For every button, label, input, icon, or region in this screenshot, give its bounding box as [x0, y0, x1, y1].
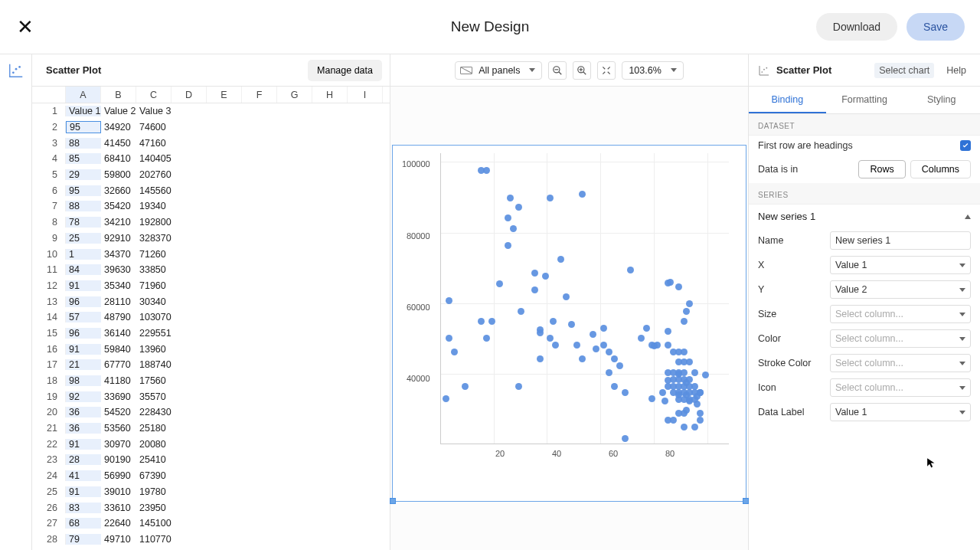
cell[interactable]: 48790 [101, 312, 136, 322]
col-header[interactable]: I [348, 87, 383, 103]
series-name-input[interactable]: New series 1 [830, 231, 971, 250]
cell[interactable]: 95 [66, 121, 101, 133]
cell[interactable]: 25410 [136, 454, 172, 465]
cell[interactable]: 68 [66, 518, 101, 529]
cell[interactable]: 35340 [101, 280, 136, 291]
row-number[interactable]: 17 [32, 359, 66, 370]
cell[interactable]: 68410 [101, 153, 136, 164]
cell[interactable]: 328370 [136, 233, 172, 244]
col-header[interactable]: A [66, 87, 101, 103]
row-number[interactable]: 9 [32, 233, 66, 244]
cell[interactable]: 202760 [136, 169, 172, 180]
cell[interactable]: 59800 [101, 169, 136, 180]
fit-icon[interactable] [597, 61, 616, 80]
cell[interactable]: 49710 [101, 534, 136, 545]
series-header[interactable]: New series 1 [749, 205, 980, 228]
zoom-out-icon[interactable] [548, 61, 567, 80]
cell[interactable]: 57 [66, 312, 101, 322]
cell[interactable]: 96 [66, 296, 101, 307]
row-number[interactable]: 15 [32, 328, 66, 339]
cell[interactable]: 56990 [101, 470, 136, 481]
cell[interactable]: 188740 [136, 359, 172, 370]
row-number[interactable]: 6 [32, 185, 66, 196]
save-button[interactable]: Save [906, 13, 965, 41]
series-y-select[interactable]: Value 2 [830, 280, 971, 299]
cell[interactable]: 28110 [101, 296, 136, 307]
tab-styling[interactable]: Styling [903, 87, 980, 113]
row-number[interactable]: 11 [32, 264, 66, 275]
row-number[interactable]: 18 [32, 375, 66, 386]
cell[interactable]: 96 [66, 328, 101, 339]
cell[interactable]: 78 [66, 217, 101, 228]
cell[interactable]: 21 [66, 359, 101, 370]
zoom-level[interactable]: 103.6% [622, 61, 683, 80]
cell[interactable]: 33690 [101, 391, 136, 402]
cell[interactable]: 1404050 [136, 153, 172, 164]
row-number[interactable]: 24 [32, 470, 66, 481]
col-header[interactable]: G [277, 87, 312, 103]
cell[interactable]: 36 [66, 423, 101, 434]
row-number[interactable]: 8 [32, 217, 66, 228]
spreadsheet[interactable]: ABCDEFGHI 1Value 1Value 2Value 329534920… [32, 87, 390, 550]
cell[interactable]: 91 [66, 280, 101, 291]
cell[interactable]: 34920 [101, 122, 136, 133]
cell[interactable]: 36140 [101, 328, 136, 339]
cell[interactable]: 145100 [136, 518, 172, 529]
cell[interactable]: 39630 [101, 264, 136, 275]
series-icon-select[interactable]: Select column... [830, 378, 971, 397]
cell[interactable]: 35570 [136, 391, 172, 402]
cell[interactable]: 91 [66, 439, 101, 450]
col-header[interactable]: H [312, 87, 348, 103]
cell[interactable]: 17560 [136, 375, 172, 386]
col-header[interactable]: F [242, 87, 277, 103]
tab-formatting[interactable]: Formatting [826, 87, 903, 113]
cell[interactable]: 67390 [136, 470, 172, 481]
col-header[interactable]: C [136, 87, 172, 103]
cell[interactable]: 192800 [136, 217, 172, 228]
select-chart-button[interactable]: Select chart [874, 63, 934, 78]
row-number[interactable]: 23 [32, 454, 66, 465]
zoom-in-icon[interactable] [573, 61, 591, 80]
cell[interactable]: 103070 [136, 312, 172, 322]
row-number[interactable]: 14 [32, 312, 66, 322]
cell[interactable]: 19340 [136, 201, 172, 211]
row-number[interactable]: 25 [32, 486, 66, 497]
col-header[interactable]: D [172, 87, 207, 103]
row-number[interactable]: 22 [32, 439, 66, 450]
cell[interactable]: 23950 [136, 503, 172, 513]
row-number[interactable]: 2 [32, 122, 66, 133]
row-number[interactable]: 12 [32, 280, 66, 291]
cell[interactable]: 41180 [101, 375, 136, 386]
cell[interactable]: 83 [66, 503, 101, 513]
series-stroke-select[interactable]: Select column... [830, 354, 971, 372]
cell[interactable]: 84 [66, 264, 101, 275]
col-header[interactable]: B [101, 87, 136, 103]
series-size-select[interactable]: Select column... [830, 305, 971, 323]
row-number[interactable]: 1 [32, 106, 66, 116]
cell[interactable]: 30970 [101, 439, 136, 450]
cell[interactable]: 30340 [136, 296, 172, 307]
cell[interactable]: 74600 [136, 122, 172, 133]
cell[interactable]: 20080 [136, 439, 172, 450]
cell[interactable]: 53560 [101, 423, 136, 434]
row-number[interactable]: 28 [32, 534, 66, 545]
cell[interactable]: 67770 [101, 359, 136, 370]
tab-binding[interactable]: Binding [749, 87, 826, 113]
cell[interactable]: 33850 [136, 264, 172, 275]
cell[interactable]: Value 2 [101, 106, 136, 116]
row-number[interactable]: 4 [32, 153, 66, 164]
row-number[interactable]: 20 [32, 407, 66, 417]
cell[interactable]: 34370 [101, 249, 136, 260]
download-button[interactable]: Download [816, 13, 897, 41]
cell[interactable]: 35420 [101, 201, 136, 211]
cell[interactable]: 71960 [136, 280, 172, 291]
row-number[interactable]: 3 [32, 138, 66, 149]
cell[interactable]: 29 [66, 169, 101, 180]
col-header[interactable]: E [207, 87, 242, 103]
cell[interactable]: 90190 [101, 454, 136, 465]
cell[interactable]: 88 [66, 201, 101, 211]
cell[interactable]: 28 [66, 454, 101, 465]
panel-select[interactable]: All panels [455, 61, 542, 80]
cell[interactable]: 41450 [101, 138, 136, 149]
help-button[interactable]: Help [942, 63, 971, 78]
